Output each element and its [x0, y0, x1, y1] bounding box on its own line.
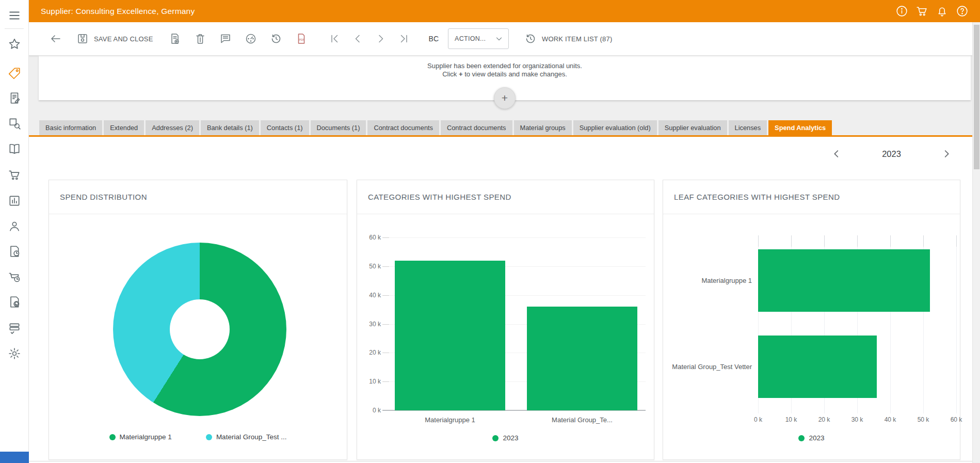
gear-icon — [8, 347, 21, 360]
app: Supplier: Consulting Excellence, Germany… — [0, 0, 980, 463]
scrollbar-thumb[interactable] — [974, 25, 979, 169]
sidebar-item-star[interactable] — [8, 37, 21, 51]
expand-details-button[interactable]: + — [494, 87, 516, 109]
sidebar-item-basket-clock[interactable] — [8, 270, 21, 283]
spend-distribution-donut[interactable] — [113, 243, 286, 416]
work-item-list-button[interactable]: WORK ITEM LIST (87) — [524, 33, 612, 45]
app-header: Supplier: Consulting Excellence, Germany — [29, 0, 980, 22]
toolbar-delete-icon[interactable] — [194, 33, 206, 45]
x-axis-label: 10 k — [779, 416, 804, 423]
sidebar-item-bar-chart[interactable] — [8, 194, 21, 207]
tab-addresses-2[interactable]: Addresses (2) — [146, 120, 199, 135]
tab-supplier-evaluation-old[interactable]: Supplier evaluation (old) — [573, 120, 657, 135]
legend-item[interactable]: 2023 — [798, 434, 824, 442]
tab-contacts-1[interactable]: Contacts (1) — [261, 120, 309, 135]
header-help-icon[interactable] — [956, 5, 969, 18]
document-edit-icon — [8, 91, 21, 105]
tab-contract-documents[interactable]: Contract documents — [441, 120, 512, 135]
next-year-button[interactable] — [941, 148, 952, 159]
header-bell-icon[interactable] — [936, 5, 949, 18]
x-axis-tick — [791, 235, 792, 247]
toolbar-next-page-icon[interactable] — [375, 33, 387, 45]
y-axis-label: 50 k — [357, 263, 381, 270]
tab-bar: Basic informationExtendedAddresses (2)Ba… — [29, 120, 972, 135]
bar-Materialgruppe 1[interactable] — [395, 261, 505, 410]
card-title: LEAF CATEGORIES WITH HIGHEST SPEND — [663, 180, 960, 214]
sidebar-item-cart[interactable] — [8, 168, 21, 182]
x-axis-tick — [923, 235, 924, 247]
x-axis-tick — [758, 235, 759, 247]
sidebar-item-menu[interactable] — [8, 9, 21, 22]
sidebar-item-document-edit[interactable] — [8, 91, 21, 105]
toolbar-history-icon[interactable] — [270, 33, 282, 45]
tab-basic-information[interactable]: Basic information — [39, 120, 102, 135]
spend-analytics-panel: 2023 SPEND DISTRIBUTION Materialgruppe 1… — [29, 137, 972, 463]
bar-Material Group_Test Vetter[interactable] — [758, 336, 877, 398]
category-label: Materialgruppe 1 — [663, 277, 752, 284]
sidebar-item-catalog-book[interactable] — [8, 142, 21, 155]
tab-supplier-evaluation[interactable]: Supplier evaluation — [658, 120, 727, 135]
chart-legend: 2023 — [663, 434, 960, 442]
sidebar-item-gear[interactable] — [8, 347, 21, 360]
gridline — [956, 235, 957, 413]
card-title: CATEGORIES WITH HIGHEST SPEND — [357, 180, 654, 214]
tab-licenses[interactable]: Licenses — [729, 120, 767, 135]
tab-contract-documents[interactable]: Contract documents — [367, 120, 439, 135]
legend-label: 2023 — [503, 434, 518, 442]
leaf-categories-highest-spend-card: LEAF CATEGORIES WITH HIGHEST SPEND 0 k10… — [663, 180, 960, 460]
svg-text:PDF: PDF — [299, 38, 304, 41]
notice-line-2: Click + to view details and make changes… — [39, 70, 971, 78]
list-check-icon — [8, 322, 21, 335]
action-dropdown[interactable]: ACTION... — [448, 28, 509, 49]
cart-icon — [8, 168, 21, 182]
x-axis-label: 40 k — [878, 416, 903, 423]
sidebar-item-list-check[interactable] — [8, 322, 21, 335]
gridline — [389, 237, 646, 238]
sidebar-item-document-history[interactable] — [8, 295, 21, 309]
previous-year-button[interactable] — [831, 148, 842, 159]
sidebar-item-person[interactable] — [8, 219, 21, 233]
y-axis-label: 40 k — [357, 292, 381, 299]
tab-extended[interactable]: Extended — [104, 120, 144, 135]
bar-Material Group_Te...[interactable] — [527, 307, 637, 410]
y-axis-tick — [382, 381, 389, 382]
toolbar-gauge-icon[interactable] — [245, 33, 257, 45]
x-axis-tick — [824, 235, 825, 247]
header-cart-icon[interactable] — [915, 5, 928, 18]
toolbar-first-page-icon[interactable] — [328, 33, 341, 45]
tab-documents-1[interactable]: Documents (1) — [311, 120, 366, 135]
save-and-close-button[interactable]: SAVE AND CLOSE — [76, 33, 153, 45]
y-axis-label: 0 k — [357, 407, 381, 414]
y-axis-label: 20 k — [357, 349, 381, 356]
sidebar-item-document-clock[interactable] — [8, 245, 21, 258]
toolbar-comment-icon[interactable] — [219, 33, 232, 45]
toolbar-previous-page-icon[interactable] — [351, 33, 364, 45]
tab-material-groups[interactable]: Material groups — [514, 120, 572, 135]
legend-label: 2023 — [809, 434, 824, 442]
toolbar-pdf-icon[interactable]: PDF — [295, 33, 308, 45]
sidebar-item-box-search[interactable] — [8, 117, 21, 130]
bar-chart-icon — [8, 194, 21, 207]
tab-underline — [29, 135, 972, 137]
y-axis-tick — [382, 295, 389, 296]
back-button[interactable] — [50, 33, 62, 45]
legend-item[interactable]: 2023 — [492, 434, 518, 442]
toolbar-last-page-icon[interactable] — [398, 33, 410, 45]
vertical-scrollbar[interactable] — [972, 22, 980, 463]
legend-item[interactable]: Materialgruppe 1 — [109, 433, 172, 441]
legend-dot — [109, 434, 116, 440]
header-info-icon[interactable] — [895, 5, 908, 18]
notice-line-2-prefix: Click — [442, 70, 459, 78]
tab-spend-analytics[interactable]: Spend Analytics — [768, 120, 832, 135]
action-dropdown-label: ACTION... — [455, 35, 486, 42]
sidebar-item-supplier-tag[interactable] — [8, 67, 21, 80]
person-icon — [8, 219, 21, 233]
notice-line-2-plus: + — [459, 70, 463, 78]
toolbar-document-add-icon[interactable] — [169, 33, 181, 45]
bar-Materialgruppe 1[interactable] — [758, 249, 930, 312]
x-axis-label: 30 k — [845, 416, 870, 423]
tab-bank-details-1[interactable]: Bank details (1) — [201, 120, 259, 135]
document-clock-icon — [8, 245, 21, 258]
year-navigation: 2023 — [831, 147, 952, 161]
legend-item[interactable]: Material Group_Test ... — [206, 433, 287, 441]
